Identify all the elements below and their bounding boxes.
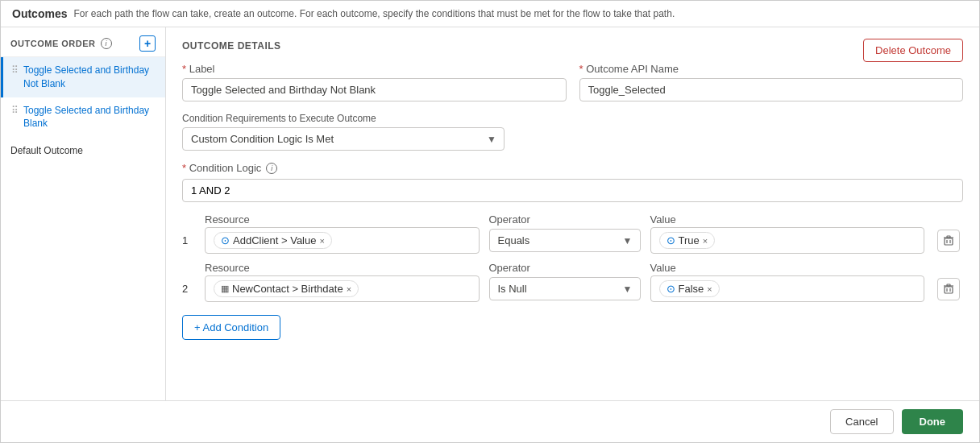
cancel-button[interactable]: Cancel [830,409,893,434]
resource-pill-label-1: AddClient > Value [233,234,316,246]
condition-row-2: 2 ▦ NewContact > Birthdate × [182,275,963,302]
condition-delete-1 [934,230,963,252]
condition-resource-input-2[interactable]: ▦ NewContact > Birthdate × [205,275,480,302]
condition-value-input-2[interactable]: ⊙ False × [650,275,925,302]
resource-pill-icon-2: ▦ [221,284,229,294]
resource-pill-label-2: NewContact > Birthdate [232,283,343,295]
condition-delete-2 [934,278,963,300]
add-outcome-button[interactable]: + [139,35,156,52]
main-wrapper: Outcomes For each path the flow can take… [0,0,980,443]
footer: Cancel Done [1,400,979,442]
condition-num-2: 2 [182,283,205,295]
sidebar-item-label-2: Toggle Selected and Birthday Blank [23,104,157,131]
condition-operator-1: Equals Not Equals Greater Than Less Than… [489,229,650,252]
value-pill-label-2: False [679,283,704,295]
sidebar-header-label: OUTCOME ORDER [10,39,96,48]
resource-pill-remove-2[interactable]: × [347,284,351,294]
sidebar-item-label-1: Toggle Selected and Birthday Not Blank [23,64,157,91]
value-pill-icon-2: ⊙ [666,283,675,295]
condition-resource-1: ⊙ AddClient > Value × [205,227,489,254]
label-apiname-row: * Label * Outcome API Name [182,63,963,101]
delete-condition-1-button[interactable] [937,230,960,252]
condition-value-2: ⊙ False × [650,275,935,302]
delete-condition-2-button[interactable] [937,278,960,300]
value-pill-remove-1[interactable]: × [703,236,708,246]
main-panel: OUTCOME DETAILS Delete Outcome * Label *… [166,27,979,400]
outcomes-desc: For each path the flow can take, create … [73,8,675,19]
default-outcome-label: Default Outcome [1,137,165,164]
operator-dropdown-wrapper-1: Equals Not Equals Greater Than Less Than… [489,229,641,252]
resource-col-header: Resource [205,213,489,226]
operator-col-header: Operator [489,213,650,226]
condition-resource-input-1[interactable]: ⊙ AddClient > Value × [205,227,480,254]
condition-requirements-group: Condition Requirements to Execute Outcom… [182,113,505,151]
operator-col-header-2: Operator [489,262,650,274]
sidebar-item-1[interactable]: ⠿ Toggle Selected and Birthday Not Blank [1,57,165,97]
condition-logic-header: * Condition Logic i [182,162,963,174]
resource-pill-1: ⊙ AddClient > Value × [214,232,332,249]
resource-pill-2: ▦ NewContact > Birthdate × [214,280,359,297]
condition-logic-section: * Condition Logic i [182,162,963,202]
condition-num-1: 1 [182,234,205,246]
value-pill-label-1: True [679,234,700,246]
sidebar-item-2[interactable]: ⠿ Toggle Selected and Birthday Blank [1,97,165,138]
condition-resource-2: ▦ NewContact > Birthdate × [205,275,489,302]
condition-logic-input[interactable] [182,179,963,202]
outcomes-title: Outcomes [12,7,67,20]
conditions-table: Resource Operator Value 1 ⊙ AddClient > … [182,213,963,302]
delete-col-header [934,213,963,226]
value-col-header: Value [650,213,935,226]
delete-outcome-button[interactable]: Delete Outcome [863,39,963,62]
outcome-details-title: OUTCOME DETAILS [182,40,963,52]
resource-pill-icon-1: ⊙ [221,234,230,246]
info-icon[interactable]: i [101,38,112,49]
sidebar-header: OUTCOME ORDER i + [1,27,165,57]
value-pill-1: ⊙ True × [659,232,716,249]
api-name-field-label: * Outcome API Name [579,63,964,75]
operator-select-1[interactable]: Equals Not Equals Greater Than Less Than [489,229,641,252]
add-condition-button[interactable]: + Add Condition [182,315,280,340]
condition-operator-2: Is Null Is Not Null Equals Not Equals ▼ [489,277,650,300]
condition-logic-label: * Condition Logic [182,162,261,174]
resource-pill-remove-1[interactable]: × [319,236,324,246]
drag-handle-1: ⠿ [11,64,19,76]
value-pill-remove-2[interactable]: × [707,284,712,294]
value-pill-2: ⊙ False × [659,280,720,297]
drag-handle-2: ⠿ [11,104,19,116]
label-input[interactable] [182,78,567,101]
operator-dropdown-wrapper-2: Is Null Is Not Null Equals Not Equals ▼ [489,277,641,300]
api-name-group: * Outcome API Name [579,63,964,101]
condition-value-input-1[interactable]: ⊙ True × [650,227,925,254]
done-button[interactable]: Done [902,409,964,434]
operator-select-2[interactable]: Is Null Is Not Null Equals Not Equals [489,277,641,300]
api-name-input[interactable] [579,78,964,101]
delete-col-header-2 [934,262,963,274]
outcomes-banner: Outcomes For each path the flow can take… [1,1,979,27]
label-field-label: * Label [182,63,567,75]
content-area: OUTCOME ORDER i + ⠿ Toggle Selected and … [1,27,979,400]
condition-logic-info-icon[interactable]: i [266,163,277,174]
trash-icon-1 [943,235,954,246]
svg-rect-4 [947,236,950,238]
value-pill-icon-1: ⊙ [666,234,675,246]
condition-headers-row-2: Resource Operator Value [182,262,963,275]
label-group: * Label [182,63,567,101]
condition-requirements-dropdown-wrapper: All Conditions Are Met (AND) Any Conditi… [182,127,505,151]
trash-icon-2 [943,284,954,295]
svg-rect-5 [945,287,953,293]
svg-rect-0 [945,238,953,245]
condition-row-1: 1 ⊙ AddClient > Value × [182,227,963,254]
resource-col-header-2: Resource [205,262,489,274]
condition-requirements-select[interactable]: All Conditions Are Met (AND) Any Conditi… [182,127,505,151]
sidebar: OUTCOME ORDER i + ⠿ Toggle Selected and … [1,27,166,400]
condition-value-1: ⊙ True × [650,227,935,254]
value-col-header-2: Value [650,262,935,274]
condition-requirements-label: Condition Requirements to Execute Outcom… [182,113,505,124]
condition-headers-row-1: Resource Operator Value [182,213,963,227]
svg-rect-9 [947,284,950,286]
